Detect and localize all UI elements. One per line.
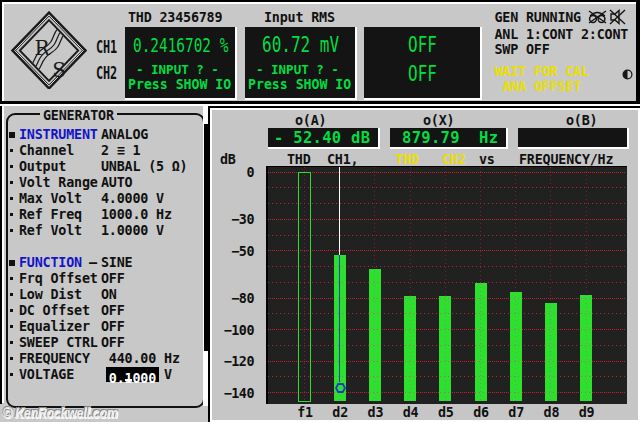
- readout-a-label: o(A): [295, 114, 326, 127]
- menu-item-label[interactable]: DC Offset: [19, 304, 90, 317]
- readout-b-label: o(B): [566, 114, 597, 127]
- menu-value-highlight[interactable]: 0.1000: [106, 367, 158, 382]
- analyzer-screen: R S CH1 CH2 THD 23456789 Input RMS 0.241…: [0, 0, 640, 422]
- menu-item-value[interactable]: 1.0000 V: [101, 224, 164, 237]
- menu-bullet-dot: [10, 325, 13, 328]
- menu-item-value[interactable]: 440.00: [109, 352, 156, 365]
- menu-bullet-dot: [10, 341, 13, 344]
- menu-item-label[interactable]: Ref Freq: [19, 208, 82, 221]
- x-tick-label: d2: [324, 406, 356, 419]
- menu-item-value[interactable]: OFF: [101, 272, 125, 285]
- menu-item-value[interactable]: ANALOG: [101, 128, 148, 141]
- display2-panel: 60.72 mV - INPUT ? - Press SHOW IO: [245, 27, 357, 100]
- status-anl: ANL 1:CONT 2:CONT: [495, 28, 629, 41]
- x-tick-label: d3: [359, 406, 391, 419]
- display3-value-ch1: OFF: [408, 35, 437, 56]
- display1-line2: - INPUT ? -: [136, 64, 219, 77]
- gridline-horizontal: [268, 203, 626, 204]
- menu-item-unit[interactable]: V: [164, 368, 172, 381]
- x-tick-label: f1: [289, 406, 321, 419]
- bar-grid-dot-column: [550, 303, 551, 402]
- status-gen: GEN RUNNING: [495, 11, 581, 24]
- menu-item-label[interactable]: Output: [19, 160, 66, 173]
- gridline-horizontal: [268, 187, 626, 188]
- menu-item-label[interactable]: Max Volt: [19, 192, 82, 205]
- menu-item-label[interactable]: Volt Range: [19, 176, 98, 189]
- display2-line3: Press SHOW IO: [248, 78, 351, 91]
- menu-item-value[interactable]: 1000.0 Hz: [101, 208, 172, 221]
- menu-item-value[interactable]: SINE: [101, 256, 132, 269]
- readout-x-value: 879.79 Hz: [402, 131, 498, 147]
- screen-border-top-highlight: [0, 2, 640, 3]
- channel-label-ch1: CH1: [96, 38, 117, 56]
- cursor-o-marker[interactable]: [335, 383, 346, 393]
- menu-item-label[interactable]: Channel: [19, 144, 74, 157]
- speaker-muted-glyph: [609, 9, 626, 25]
- menu-item-label[interactable]: Equalizer: [19, 320, 90, 333]
- bar-grid-dot-column: [586, 295, 587, 402]
- menu-item-label[interactable]: Ref Volt: [19, 224, 82, 237]
- menu-item-value[interactable]: 4.0000 V: [101, 192, 164, 205]
- menu-item-value[interactable]: 2 ≡ 1: [101, 144, 140, 157]
- plot-area[interactable]: [266, 166, 627, 404]
- menu-bullet-dot: [10, 197, 13, 200]
- display1-header: THD 23456789: [128, 11, 222, 24]
- contrast-half-circle-icon[interactable]: [622, 65, 633, 76]
- cursor-line-upper[interactable]: [339, 167, 341, 255]
- bar-grid-dot-column: [374, 269, 375, 401]
- display2-value: 60.72 mV: [262, 35, 339, 56]
- menu-item-value[interactable]: AUTO: [101, 176, 132, 189]
- menu-item-value[interactable]: OFF: [101, 336, 125, 349]
- bar-grid-dot-column: [515, 292, 516, 402]
- display3-value-ch2: OFF: [408, 64, 437, 85]
- menu-bullet-square: [9, 132, 15, 138]
- menu-bullet-dot: [10, 149, 13, 152]
- menu-item-label[interactable]: SWEEP CTRL: [19, 336, 98, 349]
- contrast-glyph: [622, 69, 633, 80]
- trace1-name: THD: [287, 153, 311, 166]
- x-tick-label: d4: [395, 406, 427, 419]
- screen-border-left-highlight: [2, 2, 3, 403]
- gridline-horizontal: [268, 172, 626, 173]
- menu-value-text[interactable]: 0.1000: [109, 371, 156, 386]
- menu-item-value[interactable]: OFF: [101, 304, 125, 317]
- menu-item-label[interactable]: INSTRUMENT: [19, 128, 98, 141]
- menu-bullet-dot: [10, 277, 13, 280]
- menu-item-value[interactable]: ON: [101, 288, 117, 301]
- readout-b-panel: [518, 128, 629, 149]
- headphones-muted-glyph: [588, 9, 607, 25]
- y-tick-label: 0: [212, 166, 254, 179]
- generator-title: GENERATOR: [40, 109, 117, 122]
- speaker-muted-icon: [609, 9, 626, 25]
- y-tick-label: −50: [212, 245, 254, 258]
- readout-a-panel: - 52.40 dB: [268, 128, 380, 149]
- menu-item-label[interactable]: FREQUENCY: [19, 352, 90, 365]
- menu-bullet-dot: [10, 229, 13, 232]
- x-tick-label: d9: [571, 406, 603, 419]
- display3-panel: OFF OFF: [364, 27, 482, 100]
- cursor-line-lower[interactable]: [339, 255, 341, 383]
- y-tick-label: −80: [212, 292, 254, 305]
- edit-cursor: [125, 379, 132, 381]
- menu-scrollbar-thumb[interactable]: [204, 124, 208, 351]
- status-swp: SWP OFF: [495, 43, 550, 56]
- status-wait-for-cal: WAIT FOR CAL: [495, 65, 589, 78]
- menu-dash: –: [89, 256, 97, 269]
- menu-item-label[interactable]: FUNCTION: [19, 256, 82, 269]
- status-ana-offset: ANA OFFSET: [503, 80, 582, 93]
- trace2-name: THD: [395, 153, 419, 166]
- x-tick-label: d7: [500, 406, 532, 419]
- x-axis-label: FREQUENCY/Hz: [519, 153, 613, 166]
- readout-a-value: - 52.40 dB: [274, 131, 370, 147]
- menu-item-unit[interactable]: Hz: [164, 352, 180, 365]
- menu-item-label[interactable]: Low Dist: [19, 288, 82, 301]
- menu-item-label[interactable]: Frq Offset: [19, 272, 98, 285]
- bar-f1[interactable]: [298, 172, 311, 402]
- menu-item-value[interactable]: UNBAL (5 Ω): [101, 160, 187, 173]
- menu-bullet-dot: [10, 293, 13, 296]
- menu-bullet-dot: [10, 373, 13, 376]
- menu-item-value[interactable]: OFF: [101, 320, 125, 333]
- gridline-horizontal: [268, 235, 626, 236]
- menu-item-label[interactable]: VOLTAGE: [19, 368, 74, 381]
- x-tick-label: d6: [465, 406, 497, 419]
